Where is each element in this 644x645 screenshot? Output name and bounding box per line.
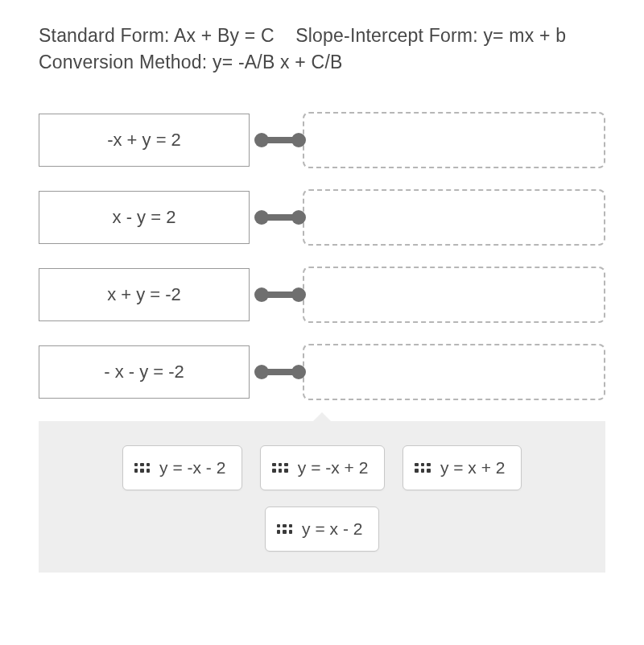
match-row: x - y = 2 [39, 189, 605, 246]
prompt-label: - x - y = -2 [104, 362, 184, 382]
instruction-seg-4: Conversion Method: y= -A/B x + C/B [39, 52, 343, 72]
instructions-text: Standard Form: Ax + By = C Slope-Interce… [39, 23, 605, 76]
drop-zone[interactable] [303, 344, 605, 400]
connector-icon [254, 364, 306, 380]
prompt-label: -x + y = 2 [107, 130, 181, 151]
answer-label: y = -x - 2 [159, 458, 225, 478]
drop-zone[interactable] [303, 267, 605, 323]
grip-icon [415, 463, 431, 473]
prompt-box: x + y = -2 [39, 268, 250, 321]
answer-label: y = x - 2 [302, 519, 362, 539]
match-row: -x + y = 2 [39, 112, 605, 168]
connector-icon [254, 132, 306, 148]
answer-chip[interactable]: y = -x + 2 [260, 445, 385, 490]
instruction-seg-1: Standard Form: Ax + By = C [39, 25, 275, 46]
match-row: - x - y = -2 [39, 344, 605, 400]
tray-notch-icon [312, 412, 332, 423]
grip-icon [277, 524, 293, 534]
grip-icon [134, 463, 151, 473]
drop-zone[interactable] [303, 112, 605, 168]
answer-chip[interactable]: y = x - 2 [265, 506, 380, 552]
connector-icon [254, 287, 306, 303]
prompt-label: x - y = 2 [113, 207, 176, 228]
page-container: Standard Form: Ax + By = C Slope-Interce… [0, 0, 644, 573]
prompt-box: -x + y = 2 [39, 114, 250, 167]
answer-chip[interactable]: y = -x - 2 [122, 445, 243, 490]
matching-work-area: -x + y = 2 x - y = 2 x + y = -2 [39, 109, 605, 573]
grip-icon [272, 463, 288, 473]
instruction-seg-3: mx + b [509, 25, 566, 46]
match-row: x + y = -2 [39, 267, 605, 323]
answer-tray: y = -x - 2 y = -x + 2 y = x + 2 y = x - … [39, 421, 605, 573]
answer-label: y = x + 2 [440, 458, 506, 478]
connector-icon [254, 209, 306, 225]
instruction-seg-2: Slope-Intercept Form: y= [295, 25, 504, 46]
answer-label: y = -x + 2 [298, 458, 369, 478]
prompt-box: - x - y = -2 [39, 345, 250, 399]
prompt-box: x - y = 2 [39, 191, 250, 244]
answer-chip[interactable]: y = x + 2 [402, 445, 522, 490]
prompt-label: x + y = -2 [107, 284, 181, 305]
drop-zone[interactable] [303, 189, 605, 246]
answer-tray-wrap: y = -x - 2 y = -x + 2 y = x + 2 y = x - … [39, 421, 605, 573]
